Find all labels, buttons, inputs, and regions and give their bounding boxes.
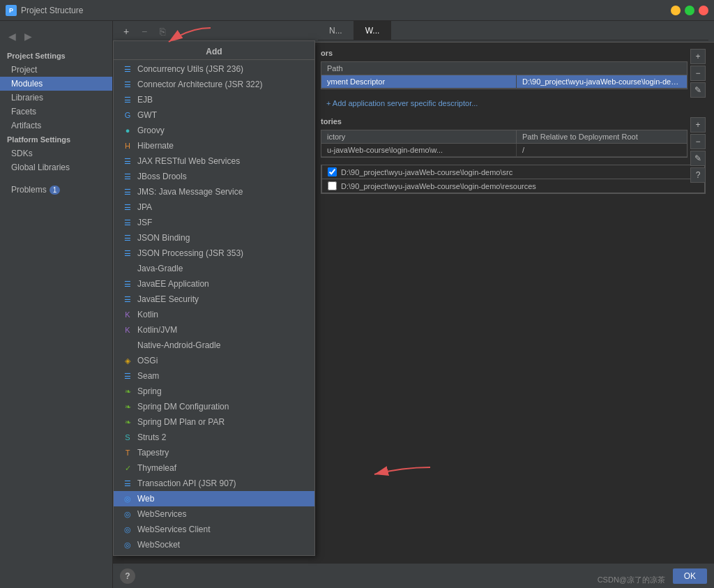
web-resource-section-header: tories [321, 117, 688, 126]
project-settings-title: Project Settings [0, 49, 112, 63]
spring-icon: ❧ [122, 386, 133, 397]
platform-settings-title: Platform Settings [0, 133, 112, 146]
sidebar-item-libraries[interactable]: Libraries [0, 91, 112, 105]
javaee-app-icon: ☰ [122, 278, 133, 289]
dropdown-item-ejb[interactable]: ☰ EJB [114, 92, 314, 107]
descriptor-edit-btn[interactable]: ✎ [690, 82, 706, 98]
struts2-icon: S [122, 432, 133, 443]
sidebar-item-global-libraries[interactable]: Global Libraries [0, 160, 112, 174]
web-resource-help-btn[interactable]: ? [690, 167, 706, 183]
kotlin-icon: K [122, 309, 133, 320]
json-processing-icon: ☰ [122, 248, 133, 259]
nav-forward[interactable]: ▶ [22, 29, 35, 43]
close-button[interactable] [699, 6, 708, 15]
dropdown-item-web[interactable]: ◎ Web [114, 491, 314, 506]
web-resource-section: tories ictory Path Relative to Deploymen… [321, 117, 706, 158]
dropdown-item-groovy[interactable]: ● Groovy [114, 123, 314, 138]
groovy-icon: ● [122, 125, 133, 136]
dropdown-item-jms[interactable]: ☰ JMS: Java Message Service [114, 184, 314, 199]
dropdown-item-spring-dm-config[interactable]: ❧ Spring DM Configuration [114, 399, 314, 414]
concurrency-icon: ☰ [122, 63, 133, 75]
dropdown-item-tapestry[interactable]: T Tapestry [114, 445, 314, 460]
spring-dm-plan-icon: ❧ [122, 416, 133, 428]
dropdown-item-kotlin[interactable]: K Kotlin [114, 307, 314, 322]
help-button[interactable]: ? [120, 568, 135, 584]
dropdown-item-osgi[interactable]: ◈ OSGi [114, 353, 314, 368]
web-resource-edit-btn[interactable]: ✎ [690, 151, 706, 166]
dropdown-item-spring[interactable]: ❧ Spring [114, 384, 314, 399]
jboss-icon: ☰ [122, 171, 133, 182]
dropdown-item-thymeleaf[interactable]: ✓ Thymeleaf [114, 460, 314, 476]
descriptor-section: ors Path yment Descriptor D:\90_project\… [321, 49, 706, 89]
sidebar-item-project[interactable]: Project [0, 63, 112, 77]
osgi-icon: ◈ [122, 355, 133, 366]
maximize-button[interactable] [685, 6, 694, 15]
web-resource-add-btn[interactable]: + [690, 117, 706, 133]
dropdown-item-javaee-app[interactable]: ☰ JavaEE Application [114, 276, 314, 292]
gwt-icon: G [122, 110, 133, 121]
tab-web[interactable]: W... [354, 21, 392, 40]
dropdown-item-kotlin-jvm[interactable]: K Kotlin/JVM [114, 322, 314, 338]
dropdown-item-jpa[interactable]: ☰ JPA [114, 199, 314, 215]
jsf-icon: ☰ [122, 217, 133, 228]
dropdown-item-transaction-api[interactable]: ☰ Transaction API (JSR 907) [114, 476, 314, 491]
source-root-checkbox-2[interactable] [328, 181, 337, 190]
tapestry-icon: T [122, 447, 133, 458]
main-area: + − ⎘ Add ☰ Concurrency Utils (JSR 236) … [113, 21, 714, 588]
javaee-security-icon: ☰ [122, 294, 133, 305]
dropdown-item-spring-dm-plan[interactable]: ❧ Spring DM Plan or PAR [114, 414, 314, 430]
web-resource-table-row[interactable]: u-javaWeb-course\login-demo\w... / [321, 144, 687, 157]
nav-back[interactable]: ◀ [6, 29, 19, 43]
main-container: ◀ ▶ Project Settings Project Modules Lib… [0, 21, 714, 588]
tab-name[interactable]: N... [318, 21, 354, 40]
kotlin-jvm-icon: K [122, 324, 133, 336]
sidebar-item-sdks[interactable]: SDKs [0, 146, 112, 160]
transaction-api-icon: ☰ [122, 478, 133, 489]
copy-button[interactable]: ⎘ [155, 24, 170, 39]
remove-button[interactable]: − [137, 24, 152, 39]
sidebar-item-artifacts[interactable]: Artifacts [0, 119, 112, 133]
descriptor-add-btn[interactable]: + [690, 49, 706, 64]
spring-dm-config-icon: ❧ [122, 401, 133, 412]
minimize-button[interactable] [671, 6, 681, 15]
dropdown-item-jsf[interactable]: ☰ JSF [114, 215, 314, 230]
dropdown-item-json-binding[interactable]: ☰ JSON Binding [114, 230, 314, 246]
thymeleaf-icon: ✓ [122, 462, 133, 474]
web-resource-remove-btn[interactable]: − [690, 134, 706, 149]
dropdown-item-webservices[interactable]: ◎ WebServices [114, 506, 314, 522]
dropdown-item-json-processing[interactable]: ☰ JSON Processing (JSR 353) [114, 246, 314, 261]
sidebar-item-problems[interactable]: Problems 1 [0, 183, 112, 197]
dropdown-item-concurrency[interactable]: ☰ Concurrency Utils (JSR 236) [114, 61, 314, 77]
app-icon: P [6, 5, 17, 16]
dropdown-item-gwt[interactable]: G GWT [114, 107, 314, 123]
source-root-checkbox-1[interactable] [328, 167, 337, 176]
sidebar-item-facets[interactable]: Facets [0, 105, 112, 119]
dropdown-item-native-android[interactable]: Native-Android-Gradle [114, 338, 314, 353]
tabs-bar: N... W... [318, 21, 708, 40]
dropdown-title: Add [114, 44, 314, 60]
dropdown-item-javaee-security[interactable]: ☰ JavaEE Security [114, 292, 314, 307]
dropdown-item-connector[interactable]: ☰ Connector Architecture (JSR 322) [114, 77, 314, 92]
dropdown-item-jax[interactable]: ☰ JAX RESTful Web Services [114, 153, 314, 169]
dropdown-item-seam[interactable]: ☰ Seam [114, 368, 314, 384]
dropdown-item-java-gradle[interactable]: Java-Gradle [114, 261, 314, 276]
web-directory-cell: u-javaWeb-course\login-demo\w... [321, 144, 517, 156]
dropdown-item-jboss[interactable]: ☰ JBoss Drools [114, 169, 314, 184]
dropdown-item-webservices-client[interactable]: ◎ WebServices Client [114, 522, 314, 537]
descriptor-table-row[interactable]: yment Descriptor D:\90_project\wyu-javaW… [321, 75, 687, 89]
title-bar: P Project Structure [0, 0, 714, 21]
dropdown-item-websocket[interactable]: ◎ WebSocket [114, 537, 314, 552]
dropdown-item-hibernate[interactable]: H Hibernate [114, 138, 314, 153]
source-root-unchecked[interactable]: D:\90_project\wyu-javaWeb-course\login-d… [321, 179, 705, 193]
sidebar-item-modules[interactable]: Modules [0, 77, 112, 91]
native-android-icon [122, 340, 133, 351]
source-root-checked[interactable]: D:\90_project\wyu-javaWeb-course\login-d… [321, 165, 705, 179]
ok-button[interactable]: OK [673, 568, 707, 584]
descriptor-remove-btn[interactable]: − [690, 66, 706, 81]
add-server-descriptor-btn[interactable]: + Add application server specific descri… [321, 96, 706, 110]
json-binding-icon: ☰ [122, 232, 133, 243]
dropdown-item-struts2[interactable]: S Struts 2 [114, 430, 314, 445]
websocket-icon: ◎ [122, 539, 133, 550]
jms-icon: ☰ [122, 186, 133, 197]
add-button[interactable]: + [119, 24, 134, 39]
